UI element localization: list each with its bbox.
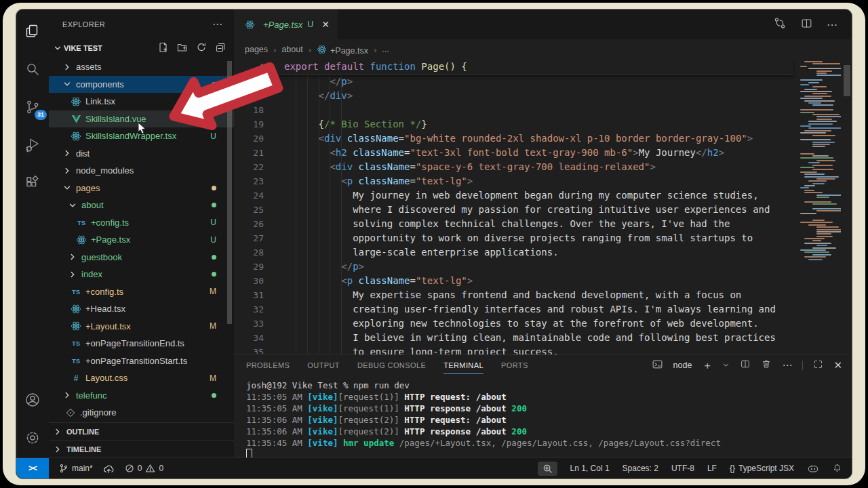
breadcrumb-item[interactable]: ...	[382, 45, 389, 54]
breadcrumb-item[interactable]: pages	[245, 45, 268, 54]
git-status-dot	[212, 272, 216, 277]
tree-item-pages[interactable]: pages	[49, 180, 234, 197]
tree-item-onpagetransitionend-ts[interactable]: TS+onPageTransitionEnd.ts	[49, 335, 234, 352]
git-status-badge: U	[210, 131, 216, 141]
refresh-icon[interactable]	[196, 42, 207, 54]
tree-item-assets[interactable]: assets	[49, 58, 234, 76]
source-control-icon[interactable]: 31	[23, 98, 42, 117]
panel-tab-terminal[interactable]: TERMINAL	[443, 354, 484, 376]
tree-item-components[interactable]: components	[49, 76, 234, 94]
remote-indicator[interactable]: ><	[16, 458, 49, 479]
minimap[interactable]	[797, 61, 841, 346]
panel-tab-ports[interactable]: PORTS	[501, 354, 528, 376]
tree-item-guestbook[interactable]: guestbook	[49, 249, 234, 266]
accounts-icon[interactable]	[23, 390, 42, 409]
code-line: 33 exploring new technologies to stay at…	[234, 317, 793, 331]
breadcrumb-separator: ›	[374, 45, 376, 55]
kill-terminal-icon[interactable]	[761, 359, 772, 372]
terminal-dropdown-chevron-icon[interactable]	[722, 359, 730, 371]
run-debug-icon[interactable]	[23, 136, 42, 155]
breadcrumb-item[interactable]: about	[281, 45, 302, 54]
timeline-section[interactable]: TIMELINE	[49, 440, 234, 458]
git-status-dot	[212, 255, 216, 260]
problems-button[interactable]: 0 0	[125, 464, 163, 473]
panel-tab-output[interactable]: OUTPUT	[307, 354, 340, 376]
code-line: 31 My expertise spans frontend and backe…	[234, 288, 793, 302]
tree-item-label: dist	[76, 148, 90, 159]
tree-item-gitignore[interactable]: .gitignore	[49, 404, 234, 422]
panel-tab-debug-console[interactable]: DEBUG CONSOLE	[357, 354, 426, 376]
search-icon[interactable]	[23, 60, 42, 79]
new-file-icon[interactable]	[158, 42, 169, 54]
collapse-all-icon[interactable]	[215, 42, 226, 54]
new-terminal-icon[interactable]: ＋	[702, 359, 712, 372]
tree-item-telefunc[interactable]: telefunc	[49, 387, 234, 405]
panel-more-icon[interactable]: ⋯	[782, 359, 792, 371]
chevron-right-icon	[68, 270, 77, 279]
breadcrumb-item[interactable]: +Page.tsx	[317, 44, 368, 56]
tree-item-skillsisland-vue[interactable]: SkillsIsland.vue	[49, 110, 234, 128]
open-changes-icon[interactable]	[773, 16, 787, 33]
publish-cloud-icon[interactable]	[103, 464, 115, 474]
editor-more-icon[interactable]: ⋯	[827, 18, 838, 31]
tree-item-index[interactable]: index	[49, 266, 234, 283]
explorer-more-icon[interactable]: ⋯	[212, 18, 223, 30]
split-terminal-icon[interactable]	[740, 359, 751, 372]
maximize-panel-icon[interactable]	[813, 359, 823, 372]
encoding-button[interactable]: UTF-8	[671, 464, 694, 473]
project-section-header[interactable]: VIKE TEST	[49, 39, 234, 57]
panel-tabs: PROBLEMSOUTPUTDEBUG CONSOLETERMINALPORTS	[246, 354, 546, 376]
tree-item-layout-tsx[interactable]: +Layout.tsxM	[49, 318, 234, 336]
tree-item-config-ts[interactable]: TS+config.tsM	[49, 283, 234, 301]
language-mode-button[interactable]: {} TypeScript JSX	[730, 464, 794, 473]
code-editor[interactable]: 4export default function Page() { 16 </p…	[234, 60, 852, 354]
code-line: 16 </p>	[234, 75, 793, 89]
chevron-down-icon	[62, 79, 72, 89]
tree-item-dist[interactable]: dist	[49, 145, 234, 163]
close-tab-icon[interactable]: ✕	[321, 19, 330, 30]
terminal-shell-icon	[652, 359, 663, 373]
branch-button[interactable]: main*	[59, 463, 93, 474]
panel-tab-problems[interactable]: PROBLEMS	[246, 354, 290, 376]
vscode-window: 31 EXPLORER ⋯ VIKE TEST	[16, 9, 852, 479]
git-status-dot	[212, 82, 216, 87]
tree-item-skillsislandwrapper-tsx[interactable]: SkillsIslandWrapper.tsxU	[49, 127, 234, 145]
close-panel-icon[interactable]: ✕	[833, 359, 842, 371]
editor-scrollbar[interactable]	[844, 65, 850, 96]
new-folder-icon[interactable]	[177, 42, 188, 54]
settings-gear-icon[interactable]	[23, 428, 42, 447]
terminal-output[interactable]: josh@192 Vike Test % npm run dev11:35:05…	[234, 376, 852, 460]
tree-item-onpagetransitionstart-ts[interactable]: TS+onPageTransitionStart.ts	[49, 352, 234, 370]
sidebar-scrollbar[interactable]	[227, 61, 232, 324]
tree-item-label: +Page.tsx	[91, 235, 130, 245]
chevron-right-icon	[62, 166, 72, 176]
cursor-position-button[interactable]: Ln 1, Col 1	[570, 464, 610, 473]
tab-page-tsx[interactable]: +Page.tsx U ✕	[234, 9, 338, 39]
tree-item-page-tsx[interactable]: +Page.tsxU	[49, 231, 234, 249]
zoom-indicator[interactable]	[538, 462, 557, 476]
tree-item-layout-css[interactable]: #Layout.cssM	[49, 369, 234, 387]
eol-button[interactable]: LF	[707, 464, 717, 473]
chevron-right-icon	[53, 427, 62, 436]
tree-item-about[interactable]: about	[49, 197, 234, 214]
explorer-icon[interactable]	[23, 22, 42, 41]
git-status-badge: M	[210, 373, 216, 383]
code-line: 27 opportunity to work on diverse projec…	[234, 231, 793, 245]
git-status-dot	[212, 203, 216, 207]
code-lines: 16 </p>17 </div>1819 {/* Bio Section */}…	[234, 75, 793, 354]
tree-item-head-tsx[interactable]: +Head.tsx	[49, 300, 234, 318]
copilot-icon[interactable]	[807, 464, 819, 474]
css-file-icon: #	[71, 373, 81, 384]
tree-item-config-ts[interactable]: TS+config.tsU	[49, 214, 234, 232]
outline-section[interactable]: OUTLINE	[49, 422, 234, 441]
split-editor-icon[interactable]	[800, 17, 813, 33]
terminal-line: 11:35:45 AM [vite] hmr update /pages/+La…	[246, 437, 852, 449]
tree-item-link-tsx[interactable]: Link.tsx	[49, 93, 234, 110]
breadcrumb-separator: ›	[273, 45, 276, 55]
tree-item-node-modules[interactable]: node_modules	[49, 162, 234, 180]
extensions-icon[interactable]	[23, 174, 42, 192]
tree-item-label: +onPageTransitionEnd.ts	[85, 338, 184, 348]
notifications-bell-icon[interactable]	[832, 463, 842, 474]
indentation-button[interactable]: Spaces: 2	[623, 464, 658, 473]
shell-label[interactable]: node	[673, 361, 692, 370]
